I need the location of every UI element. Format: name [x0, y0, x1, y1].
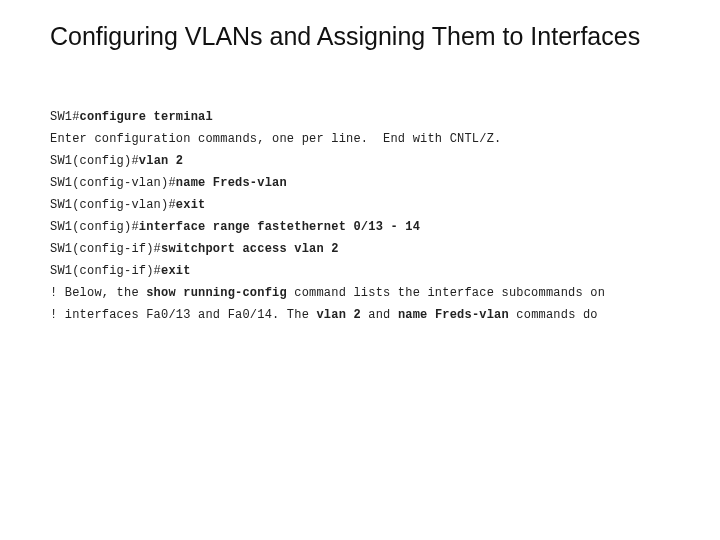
terminal-output: SW1#configure terminalEnter configuratio…	[50, 111, 680, 321]
prompt-text: SW1(config-if)#	[50, 242, 161, 256]
terminal-line: SW1(config-if)#switchport access vlan 2	[50, 243, 680, 255]
prompt-text: SW1(config-vlan)#	[50, 198, 176, 212]
terminal-line: SW1(config-if)#exit	[50, 265, 680, 277]
terminal-line: SW1(config)#vlan 2	[50, 155, 680, 167]
command-text: show running-config	[146, 286, 287, 300]
terminal-line: Enter configuration commands, one per li…	[50, 133, 680, 145]
prompt-text: SW1(config)#	[50, 154, 139, 168]
command-text: switchport access vlan 2	[161, 242, 339, 256]
command-text: configure terminal	[80, 110, 213, 124]
prompt-text: commands do	[509, 308, 598, 322]
slide: Configuring VLANs and Assigning Them to …	[0, 0, 720, 540]
terminal-line: SW1(config-vlan)#exit	[50, 199, 680, 211]
command-text: name Freds-vlan	[176, 176, 287, 190]
command-text: vlan 2	[139, 154, 183, 168]
prompt-text: SW1(config-vlan)#	[50, 176, 176, 190]
prompt-text: SW1(config)#	[50, 220, 139, 234]
prompt-text: SW1#	[50, 110, 80, 124]
terminal-line: SW1(config-vlan)#name Freds-vlan	[50, 177, 680, 189]
prompt-text: command lists the interface subcommands …	[287, 286, 605, 300]
command-text: interface range fastethernet 0/13 - 14	[139, 220, 420, 234]
command-text: exit	[161, 264, 191, 278]
page-title: Configuring VLANs and Assigning Them to …	[50, 22, 680, 51]
prompt-text: SW1(config-if)#	[50, 264, 161, 278]
prompt-text: ! Below, the	[50, 286, 146, 300]
terminal-line: SW1(config)#interface range fastethernet…	[50, 221, 680, 233]
prompt-text: Enter configuration commands, one per li…	[50, 132, 501, 146]
terminal-line: ! interfaces Fa0/13 and Fa0/14. The vlan…	[50, 309, 680, 321]
command-text: name Freds-vlan	[398, 308, 509, 322]
command-text: vlan 2	[316, 308, 360, 322]
command-text: exit	[176, 198, 206, 212]
prompt-text: and	[361, 308, 398, 322]
terminal-line: ! Below, the show running-config command…	[50, 287, 680, 299]
terminal-line: SW1#configure terminal	[50, 111, 680, 123]
prompt-text: ! interfaces Fa0/13 and Fa0/14. The	[50, 308, 316, 322]
